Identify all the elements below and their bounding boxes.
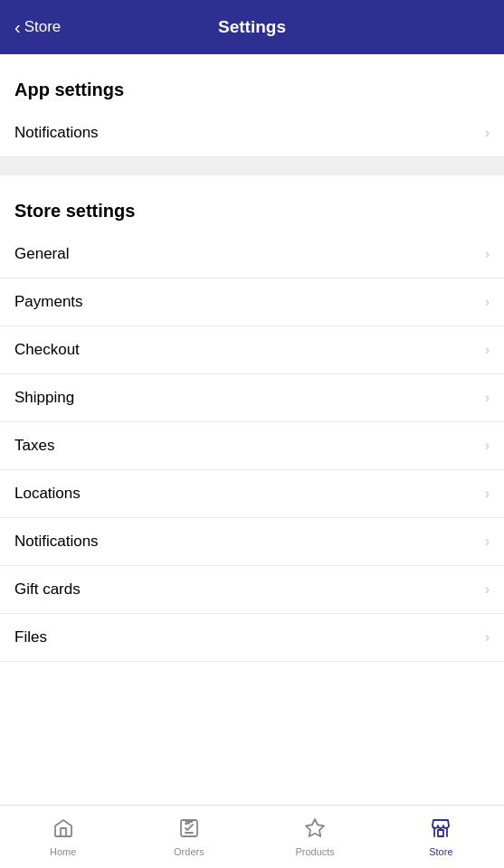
content-area: App settings Notifications › Store setti…: [0, 54, 504, 805]
app-notifications-chevron-icon: ›: [485, 125, 490, 141]
payments-item[interactable]: Payments ›: [0, 278, 504, 326]
gift-cards-item[interactable]: Gift cards ›: [0, 566, 504, 614]
products-icon: [304, 817, 326, 843]
svg-rect-4: [438, 830, 443, 836]
orders-nav-label: Orders: [174, 846, 204, 857]
home-nav-label: Home: [50, 846, 76, 857]
files-chevron-icon: ›: [485, 629, 490, 646]
bottom-navigation: Home Orders Products: [0, 805, 504, 868]
general-chevron-icon: ›: [485, 246, 490, 262]
app-notifications-label: Notifications: [14, 124, 99, 142]
checkout-chevron-icon: ›: [485, 342, 490, 358]
section-divider: [0, 157, 504, 175]
store-notifications-item[interactable]: Notifications ›: [0, 518, 504, 566]
general-item[interactable]: General ›: [0, 231, 504, 278]
app-notifications-item[interactable]: Notifications ›: [0, 109, 504, 157]
nav-orders[interactable]: Orders: [126, 810, 252, 864]
store-settings-header: Store settings: [0, 175, 504, 231]
shipping-label: Shipping: [14, 389, 74, 407]
payments-chevron-icon: ›: [485, 294, 490, 310]
nav-store[interactable]: Store: [378, 810, 504, 864]
header: ‹ Store Settings: [0, 0, 504, 54]
checkout-item[interactable]: Checkout ›: [0, 326, 504, 374]
locations-item[interactable]: Locations ›: [0, 470, 504, 518]
shipping-chevron-icon: ›: [485, 390, 490, 406]
gift-cards-chevron-icon: ›: [485, 581, 490, 598]
general-label: General: [14, 245, 69, 263]
store-nav-label: Store: [429, 846, 452, 857]
products-nav-label: Products: [295, 846, 334, 857]
app-settings-section: App settings Notifications ›: [0, 54, 504, 157]
app-settings-header: App settings: [0, 54, 504, 109]
gift-cards-label: Gift cards: [14, 580, 81, 599]
locations-chevron-icon: ›: [485, 486, 490, 502]
payments-label: Payments: [14, 293, 83, 311]
files-item[interactable]: Files ›: [0, 614, 504, 662]
nav-products[interactable]: Products: [252, 810, 378, 864]
store-notifications-label: Notifications: [14, 533, 99, 551]
locations-label: Locations: [14, 485, 81, 503]
taxes-item[interactable]: Taxes ›: [0, 422, 504, 470]
store-notifications-chevron-icon: ›: [485, 533, 490, 550]
shipping-item[interactable]: Shipping ›: [0, 374, 504, 422]
svg-marker-3: [306, 819, 324, 836]
store-settings-section: Store settings General › Payments › Chec…: [0, 175, 504, 662]
checkout-label: Checkout: [14, 341, 80, 359]
files-label: Files: [14, 628, 47, 646]
taxes-chevron-icon: ›: [485, 438, 490, 454]
back-label: Store: [24, 18, 62, 36]
back-button[interactable]: ‹ Store: [14, 18, 61, 36]
orders-icon: [178, 817, 200, 843]
back-chevron-icon: ‹: [14, 18, 21, 36]
taxes-label: Taxes: [14, 437, 54, 455]
page-title: Settings: [218, 17, 286, 37]
store-icon: [430, 817, 452, 843]
nav-home[interactable]: Home: [0, 810, 126, 864]
home-icon: [52, 817, 74, 843]
